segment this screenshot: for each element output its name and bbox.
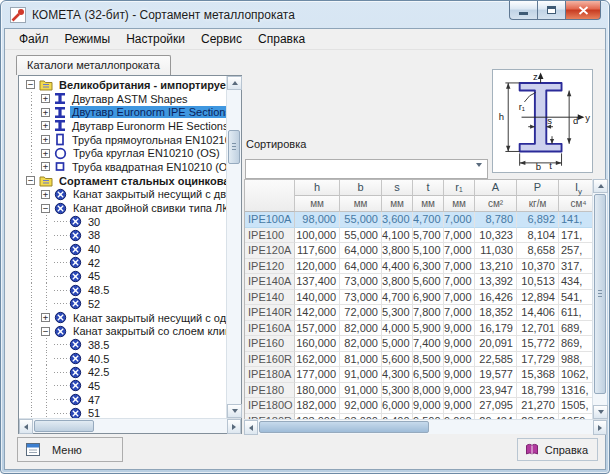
menu-file[interactable]: Файл <box>11 29 57 49</box>
tree-expander-icon[interactable]: − <box>26 176 35 185</box>
tree-item[interactable]: +Труба квадратная EN10210 (OS) <box>24 160 226 174</box>
tree-item[interactable]: +Двутавр Euronorm IPE Sections <box>24 105 226 119</box>
tree-scroll-left-button[interactable] <box>19 419 33 434</box>
tree-item[interactable]: +Двутавр ASTM Shapes <box>24 92 226 106</box>
table-scroll-down-button[interactable] <box>593 405 608 419</box>
rope-icon <box>69 379 82 392</box>
value-cell: 1062, <box>559 367 592 383</box>
menu-service[interactable]: Сервис <box>193 29 250 49</box>
menu-help[interactable]: Справка <box>250 29 313 49</box>
menu-modes[interactable]: Режимы <box>57 29 119 49</box>
tree-expander-icon[interactable]: − <box>41 204 50 213</box>
table-row[interactable]: IPE100A98,00055,0003,6004,7007,0008,7806… <box>245 212 592 228</box>
tree-item[interactable]: 42.5 <box>24 365 226 379</box>
minimize-button[interactable] <box>509 1 537 20</box>
tree-item[interactable]: −Канат двойной свивки типа ЛК-Р <box>24 201 226 215</box>
tree-vertical-scrollbar[interactable] <box>226 76 241 418</box>
close-button[interactable] <box>565 1 601 20</box>
tree-item[interactable]: +Двутавр Euronorm HE Sections <box>24 119 226 133</box>
profile-cell: IPE140 <box>245 290 295 306</box>
tree-item[interactable]: +Труба круглая EN10210 (OS) <box>24 146 226 160</box>
menu-button[interactable]: Меню <box>17 437 123 462</box>
menu-settings[interactable]: Настройки <box>118 29 193 49</box>
rope-icon <box>54 188 67 201</box>
tree-item[interactable]: 40.5 <box>24 352 226 366</box>
tab-catalogs[interactable]: Каталоги металлопроката <box>16 55 171 75</box>
tree-horizontal-scroll-thumb[interactable] <box>34 420 94 432</box>
profile-cell: IPE100 <box>245 228 295 244</box>
tree-item[interactable]: +Канат закрытый несущий с двум <box>24 188 226 202</box>
tree-expander-icon[interactable]: + <box>41 190 50 199</box>
tree-scroll-down-button[interactable] <box>227 404 242 418</box>
help-button[interactable]: Справка <box>517 438 598 461</box>
value-cell: 10,323 <box>475 228 517 244</box>
column-header[interactable]: b <box>340 180 382 196</box>
tree-item[interactable]: −Великобритания - импортируем <box>24 78 226 92</box>
tree-item[interactable]: 40 <box>24 242 226 256</box>
tree-item-label: 40.5 <box>86 353 111 365</box>
table-row[interactable]: IPE140140,00073,0004,7006,9007,00016,426… <box>245 290 592 306</box>
tree-item[interactable]: 51 <box>24 407 226 419</box>
table-row[interactable]: IPE120120,00064,0004,4006,3007,00013,210… <box>245 259 592 275</box>
tree-horizontal-scrollbar[interactable] <box>19 418 241 433</box>
tree-expander-icon[interactable]: + <box>41 149 50 158</box>
table-row[interactable]: IPE160R162,00081,0005,6008,5009,00022,58… <box>245 352 592 368</box>
table-row[interactable]: IPE140A137,40073,0003,8005,6007,00013,39… <box>245 274 592 290</box>
tree-expander-icon[interactable]: − <box>41 327 50 336</box>
tree-expander-icon[interactable]: + <box>41 121 50 130</box>
table-row[interactable]: IPE180O182,00092,0006,0009,0009,00027,09… <box>245 398 592 414</box>
titlebar[interactable]: КОМЕТА (32-бит) - Сортамент металлопрока… <box>1 1 609 28</box>
tree-item[interactable]: 47 <box>24 393 226 407</box>
value-cell: 18,352 <box>475 305 517 321</box>
tree-item[interactable]: −Сортамент стальных оцинкова <box>24 174 226 188</box>
tree-scroll-right-button[interactable] <box>227 419 241 434</box>
tree-item[interactable]: 45 <box>24 270 226 284</box>
column-header[interactable]: P <box>517 180 559 196</box>
maximize-button[interactable] <box>537 1 565 20</box>
column-header[interactable]: h <box>295 180 340 196</box>
value-cell: 4,000 <box>382 321 413 337</box>
tree-item[interactable]: 30 <box>24 215 226 229</box>
table-vertical-scroll-thumb[interactable] <box>594 194 606 394</box>
table-row[interactable]: IPE100100,00055,0004,1005,7007,00010,323… <box>245 228 592 244</box>
table-row[interactable]: IPE140R142,00072,0005,3007,8007,00018,35… <box>245 305 592 321</box>
sort-combobox[interactable] <box>245 159 488 179</box>
table-row[interactable]: IPE180A177,00091,0004,3006,5009,00019,57… <box>245 367 592 383</box>
column-header[interactable]: s <box>382 180 413 196</box>
table-row[interactable]: IPE160A157,00082,0004,0005,9009,00016,17… <box>245 321 592 337</box>
table-horizontal-scrollbar[interactable] <box>244 419 607 434</box>
tree-expander-icon[interactable]: + <box>41 135 50 144</box>
tree-item[interactable]: 38 <box>24 229 226 243</box>
table-row[interactable]: IPE120A117,60064,0003,8005,1007,00011,03… <box>245 243 592 259</box>
table-horizontal-scroll-thumb[interactable] <box>259 421 429 433</box>
menu-window-icon <box>26 443 40 456</box>
table-row[interactable]: IPE180180,00091,0005,3008,0009,00023,947… <box>245 383 592 399</box>
tree-item[interactable]: 45 <box>24 379 226 393</box>
tree-item[interactable]: 42 <box>24 256 226 270</box>
column-header[interactable]: r₁ <box>444 180 475 196</box>
tree-expander-icon[interactable]: + <box>41 94 50 103</box>
table-scroll-up-button[interactable] <box>593 179 608 193</box>
value-cell: 100,000 <box>295 228 340 244</box>
tree-vertical-scroll-thumb[interactable] <box>228 130 240 164</box>
tree-expander-icon[interactable]: + <box>41 313 50 322</box>
table-vertical-scrollbar[interactable] <box>592 179 607 419</box>
tree-expander-icon[interactable]: + <box>41 108 50 117</box>
tree-item[interactable]: −Канат закрытый со слоем клино <box>24 324 226 338</box>
column-header[interactable]: Iy <box>559 180 592 196</box>
tree-item[interactable]: 48.5 <box>24 283 226 297</box>
tree-item[interactable]: +Канат закрытый несущий с одни <box>24 311 226 325</box>
column-header[interactable]: t <box>413 180 444 196</box>
value-cell: 98,000 <box>295 212 340 228</box>
unit-header: мм <box>340 196 382 212</box>
column-header[interactable]: A <box>475 180 517 196</box>
tree-item[interactable]: 52 <box>24 297 226 311</box>
tree-expander-icon[interactable]: + <box>41 162 50 171</box>
tree-expander-icon[interactable]: − <box>26 80 35 89</box>
tree-item[interactable]: +Труба прямоугольная EN10210 ( <box>24 133 226 147</box>
table-row[interactable]: IPE160160,00082,0005,0007,4009,00020,091… <box>245 336 592 352</box>
profile-cell: IPE160 <box>245 336 295 352</box>
tree-item[interactable]: 38.5 <box>24 338 226 352</box>
value-cell: 5,000 <box>382 336 413 352</box>
tree-scroll-up-button[interactable] <box>227 76 242 90</box>
